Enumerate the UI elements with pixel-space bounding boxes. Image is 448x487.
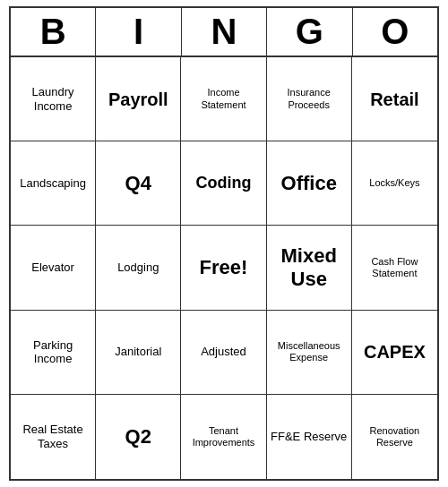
bingo-cell-7: Coding [181,141,266,226]
bingo-cell-15: Parking Income [11,311,96,395]
bingo-grid: Laundry IncomePayrollIncome StatementIns… [11,57,437,479]
bingo-cell-18: Miscellaneous Expense [267,311,352,395]
bingo-cell-12: Free! [181,226,266,310]
bingo-card: BINGO Laundry IncomePayrollIncome Statem… [9,6,439,481]
header-letter-n: N [182,8,267,57]
bingo-cell-6: Q4 [96,141,181,226]
bingo-cell-0: Laundry Income [11,57,96,141]
bingo-cell-10: Elevator [11,226,96,310]
bingo-cell-24: Renovation Reserve [352,395,437,479]
bingo-cell-4: Retail [352,57,437,141]
bingo-cell-14: Cash Flow Statement [352,226,437,310]
header-letter-g: G [267,8,352,57]
bingo-cell-21: Q2 [96,395,181,479]
bingo-cell-1: Payroll [96,57,181,141]
header-letter-i: I [96,8,181,57]
bingo-cell-9: Locks/Keys [352,141,437,226]
bingo-header: BINGO [11,8,437,57]
bingo-cell-19: CAPEX [352,311,437,395]
bingo-cell-3: Insurance Proceeds [267,57,352,141]
bingo-cell-17: Adjusted [181,311,266,395]
bingo-cell-2: Income Statement [181,57,266,141]
bingo-cell-16: Janitorial [96,311,181,395]
bingo-cell-13: Mixed Use [267,226,352,310]
bingo-cell-20: Real Estate Taxes [11,395,96,479]
bingo-cell-11: Lodging [96,226,181,310]
bingo-cell-23: FF&E Reserve [267,395,352,479]
bingo-cell-8: Office [267,141,352,226]
bingo-cell-5: Landscaping [11,141,96,226]
header-letter-o: O [353,8,437,57]
header-letter-b: B [11,8,96,57]
bingo-cell-22: Tenant Improvements [181,395,266,479]
